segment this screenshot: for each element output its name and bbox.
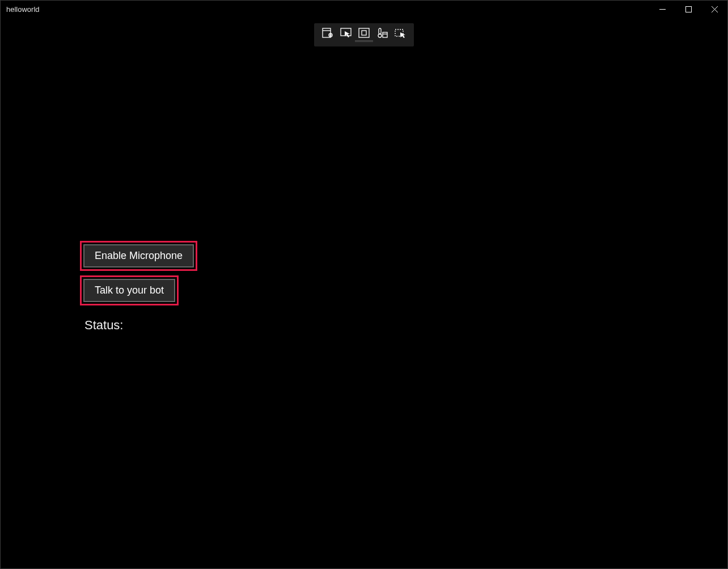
svg-point-14 — [378, 34, 382, 37]
thermometer-icon[interactable] — [376, 28, 388, 38]
talk-to-bot-button[interactable]: Talk to your bot — [83, 279, 175, 302]
maximize-icon — [685, 6, 692, 12]
debug-toolbar-icons — [318, 28, 410, 38]
svg-rect-1 — [685, 6, 691, 12]
debug-toolbar[interactable] — [314, 23, 414, 46]
window-title: helloworld — [6, 5, 40, 14]
layout-bounds-icon[interactable] — [358, 28, 370, 38]
minimize-icon — [659, 6, 666, 12]
status-label: Status: — [84, 318, 123, 333]
selection-arrow-icon[interactable] — [340, 28, 352, 38]
svg-marker-10 — [345, 31, 350, 37]
svg-rect-11 — [359, 28, 369, 37]
highlight-enable-mic: Enable Microphone — [80, 241, 197, 271]
design-preview-icon[interactable] — [322, 28, 333, 38]
svg-rect-12 — [362, 31, 366, 35]
main-content: Enable Microphone Talk to your bot Statu… — [80, 241, 197, 333]
close-icon — [712, 6, 718, 12]
maximize-button[interactable] — [675, 1, 701, 18]
window-title-bar: helloworld — [1, 1, 727, 18]
svg-rect-13 — [379, 28, 381, 34]
window-controls — [649, 1, 727, 18]
enable-microphone-button[interactable]: Enable Microphone — [83, 244, 194, 267]
toolbar-grip[interactable] — [355, 40, 373, 42]
close-button[interactable] — [701, 1, 727, 18]
screenshot-tool-icon[interactable] — [395, 28, 406, 38]
svg-rect-15 — [383, 32, 387, 37]
minimize-button[interactable] — [649, 1, 675, 18]
highlight-talk-bot: Talk to your bot — [80, 275, 179, 305]
